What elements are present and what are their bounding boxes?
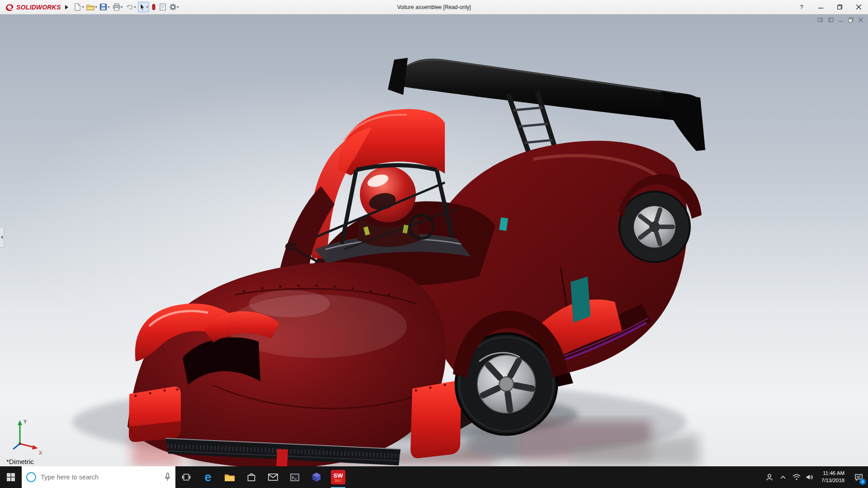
taskbar-app-solidworks[interactable]: SW 2017 [327,466,349,488]
chevron-up-icon [780,475,786,479]
dropdown-caret-icon[interactable]: ▾ [95,5,97,9]
restore-document-button[interactable] [848,17,854,23]
cube-app-icon [312,472,321,482]
dropdown-caret-icon[interactable]: ▾ [146,5,148,9]
taskbar-app-edge[interactable]: e [197,466,219,488]
rebuild-button[interactable] [150,2,157,12]
dropdown-caret-icon[interactable]: ▾ [134,5,136,9]
close-icon [856,5,861,9]
microphone-icon[interactable] [164,473,171,482]
search-input[interactable] [41,474,160,481]
close-button[interactable] [849,0,868,14]
speaker-icon [806,474,814,480]
print-button[interactable]: ▾ [112,2,124,12]
mail-icon [268,474,278,481]
maximize-icon [837,5,842,9]
feature-panel-collapse-tab[interactable] [0,227,4,248]
action-center-button[interactable]: 4 [849,466,868,488]
3d-scene-canvas[interactable] [0,14,868,466]
dock-window-icon [817,17,823,23]
clock-date: 7/13/2018 [821,477,844,484]
taskbar-app-file-explorer[interactable] [219,466,241,488]
triad-x-label: X [39,450,42,455]
options-gear-icon [169,3,177,11]
file-explorer-icon [224,473,235,482]
taskbar-app-cube[interactable] [306,466,327,488]
new-document-icon [74,3,81,11]
window-controls: ? [792,0,868,14]
task-view-icon [182,474,191,481]
triad-y-label: Y [24,419,27,424]
titlebar: SOLIDWORKS ▾ ▾ ▾ [0,0,868,14]
people-icon [766,474,773,481]
print-icon [113,3,121,11]
people-tray-button[interactable] [763,466,776,488]
new-document-button[interactable]: ▾ [73,2,85,12]
start-button[interactable] [0,466,22,488]
undock-window-button[interactable] [828,17,834,23]
select-cursor-icon [139,3,146,11]
dropdown-caret-icon[interactable]: ▾ [108,5,109,9]
view-orientation-label: *Dimetric [6,458,34,465]
undo-button[interactable]: ▾ [125,2,137,12]
taskbar-search[interactable] [22,466,175,488]
help-icon: ? [800,4,803,10]
dropdown-caret-icon[interactable]: ▾ [177,5,179,9]
help-button[interactable]: ? [792,0,811,14]
dropdown-caret-icon[interactable]: ▾ [82,5,84,9]
cortana-icon [26,472,36,482]
notification-badge: 4 [859,479,866,485]
side-mirror [285,242,297,251]
save-icon [99,3,107,11]
options-button[interactable]: ▾ [168,2,180,12]
maximize-button[interactable] [830,0,849,14]
network-tray-button[interactable] [790,466,803,488]
windows-start-icon [7,473,15,481]
minimize-document-button[interactable] [838,17,844,23]
open-folder-icon [86,3,94,11]
orientation-triad: Y X [6,418,47,455]
file-properties-button[interactable] [158,2,167,12]
clock-time: 11:46 AM [823,470,844,477]
restore-document-icon [848,17,854,23]
open-button[interactable]: ▾ [85,2,98,12]
minimize-icon [818,5,823,9]
dock-window-button[interactable] [817,17,823,23]
undo-icon [126,3,134,11]
windows-taskbar: e SW 20 [0,466,868,488]
taskbar-app-mail[interactable] [262,466,284,488]
undock-window-icon [828,17,834,23]
file-properties-icon [159,3,166,11]
solidworks-app-icon: SW 2017 [331,470,345,484]
taskbar-app-store[interactable] [241,466,262,488]
store-icon [247,473,256,482]
taskbar-clock[interactable]: 11:46 AM 7/13/2018 [817,466,849,488]
edge-icon: e [204,470,211,484]
show-hidden-icons-button[interactable] [776,466,790,488]
command-prompt-icon [290,474,299,481]
task-view-button[interactable] [175,466,197,488]
graphics-viewport[interactable]: Y X *Dimetric [0,14,868,466]
close-document-icon [858,17,863,23]
wifi-icon [793,474,801,480]
solidworks-logo: SOLIDWORKS [0,2,63,12]
system-tray: 11:46 AM 7/13/2018 4 [763,466,868,488]
select-tool-button[interactable]: ▾ [138,2,149,12]
document-window-controls [817,17,863,23]
taskbar-app-command-prompt[interactable] [284,466,306,488]
close-document-button[interactable] [858,17,863,23]
menu-expand-arrow-icon[interactable] [65,5,68,9]
ds-logo-icon [5,2,14,12]
rebuild-icon [151,3,156,11]
minimize-button[interactable] [811,0,830,14]
dropdown-caret-icon[interactable]: ▾ [121,5,123,9]
save-button[interactable]: ▾ [99,2,110,12]
volume-tray-button[interactable] [803,466,817,488]
brand-text: SOLIDWORKS [16,4,61,11]
minimize-document-icon [838,17,844,23]
quick-access-toolbar: ▾ ▾ ▾ ▾ ▾ [73,2,179,12]
